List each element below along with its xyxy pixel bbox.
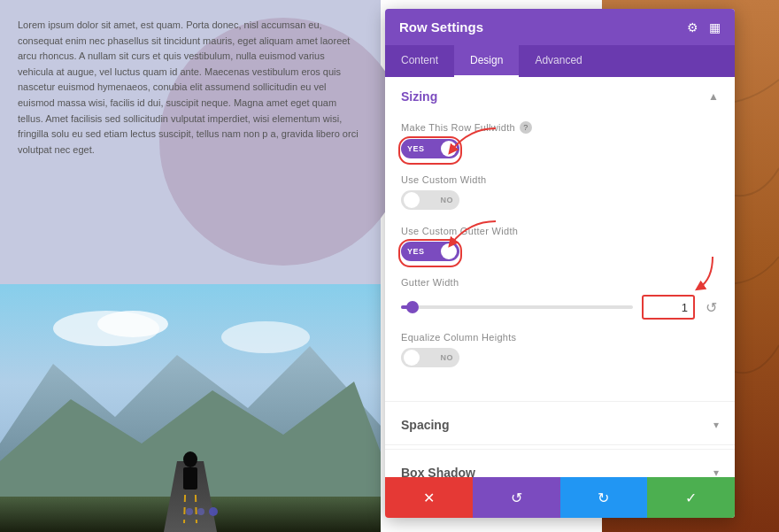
panel-footer: ✕ ↺ ↻ ✓ xyxy=(385,477,735,518)
svg-rect-11 xyxy=(183,467,197,490)
settings-icon[interactable]: ⚙ xyxy=(687,20,698,35)
section-divider-2 xyxy=(385,449,735,450)
svg-point-10 xyxy=(183,451,197,467)
box-shadow-section-header[interactable]: Box Shadow ▾ xyxy=(385,453,735,477)
dot-1 xyxy=(186,508,193,515)
fullwidth-help[interactable]: ? xyxy=(520,121,532,134)
gutter-slider-row: ↺ xyxy=(401,295,719,320)
gutter-yes-label: YES xyxy=(407,247,425,256)
sizing-section-header[interactable]: Sizing ▲ xyxy=(385,77,735,116)
panel-header-icons: ⚙ ▦ xyxy=(687,20,721,35)
cancel-button[interactable]: ✕ xyxy=(385,477,473,518)
save-button[interactable]: ✓ xyxy=(647,477,735,518)
panel-header: Row Settings ⚙ ▦ xyxy=(385,9,735,45)
sizing-section-content: Make This Row Fullwidth ? YES xyxy=(385,116,735,397)
make-fullwidth-label: Make This Row Fullwidth ? xyxy=(401,121,719,134)
gutter-width-label: Gutter Width xyxy=(401,277,719,288)
spacing-title: Spacing xyxy=(401,418,449,432)
tab-advanced[interactable]: Advanced xyxy=(519,45,598,77)
fullwidth-toggle[interactable]: YES xyxy=(401,139,459,158)
undo-button[interactable]: ↺ xyxy=(473,477,560,518)
equalize-knob xyxy=(404,350,420,366)
gutter-toggle-container: YES xyxy=(401,242,459,265)
redo-button[interactable]: ↻ xyxy=(560,477,648,518)
equalize-columns-row: Equalize Column Heights NO xyxy=(401,332,719,371)
columns-icon[interactable]: ▦ xyxy=(709,20,721,35)
panel-tabs: Content Design Advanced xyxy=(385,45,735,77)
custom-gutter-row: Use Custom Gutter Width YES xyxy=(401,226,719,265)
box-shadow-arrow: ▾ xyxy=(713,466,719,477)
bg-text: Lorem ipsum dolor sit amet, est quam. Po… xyxy=(18,18,363,158)
custom-width-knob xyxy=(404,192,420,208)
svg-point-2 xyxy=(97,311,168,337)
panel-body: Sizing ▲ Make This Row Fullwidth ? YES xyxy=(385,77,735,477)
sizing-title: Sizing xyxy=(401,89,437,104)
gutter-reset-button[interactable]: ↺ xyxy=(704,297,719,318)
gutter-knob xyxy=(441,243,457,259)
gutter-width-input[interactable] xyxy=(642,295,695,320)
panel-title: Row Settings xyxy=(399,19,483,35)
fullwidth-toggle-container: YES xyxy=(401,139,459,162)
equalize-columns-label: Equalize Column Heights xyxy=(401,332,719,343)
equalize-no-label: NO xyxy=(441,353,454,362)
custom-width-row: Use Custom Width NO xyxy=(401,174,719,213)
row-settings-panel: Row Settings ⚙ ▦ Content Design Advanced… xyxy=(385,9,735,518)
gutter-toggle[interactable]: YES xyxy=(401,242,459,261)
box-shadow-title: Box Shadow xyxy=(401,466,475,477)
svg-point-3 xyxy=(221,321,310,353)
custom-width-no-label: NO xyxy=(441,196,454,204)
dot-2 xyxy=(197,508,204,515)
spacing-arrow: ▾ xyxy=(713,419,719,431)
section-divider-1 xyxy=(385,401,735,402)
bg-left: Lorem ipsum dolor sit amet, est quam. Po… xyxy=(0,0,381,532)
fullwidth-knob xyxy=(441,141,457,157)
custom-width-label: Use Custom Width xyxy=(401,174,719,185)
gutter-slider-thumb[interactable] xyxy=(406,301,419,313)
custom-width-toggle[interactable]: NO xyxy=(401,190,459,210)
tab-content[interactable]: Content xyxy=(385,45,454,77)
make-fullwidth-row: Make This Row Fullwidth ? YES xyxy=(401,121,719,162)
gutter-slider-track[interactable] xyxy=(401,305,633,309)
custom-gutter-label: Use Custom Gutter Width xyxy=(401,226,719,236)
equalize-columns-toggle[interactable]: NO xyxy=(401,348,459,367)
fullwidth-yes-label: YES xyxy=(407,144,425,153)
sizing-arrow: ▲ xyxy=(708,90,719,103)
spacing-section-header[interactable]: Spacing ▾ xyxy=(385,405,735,445)
gutter-width-row: Gutter Width ↺ xyxy=(401,277,719,320)
pagination-dots xyxy=(186,507,218,516)
dot-3 xyxy=(209,507,218,516)
tab-design[interactable]: Design xyxy=(454,45,519,77)
mountain-photo xyxy=(0,284,381,532)
